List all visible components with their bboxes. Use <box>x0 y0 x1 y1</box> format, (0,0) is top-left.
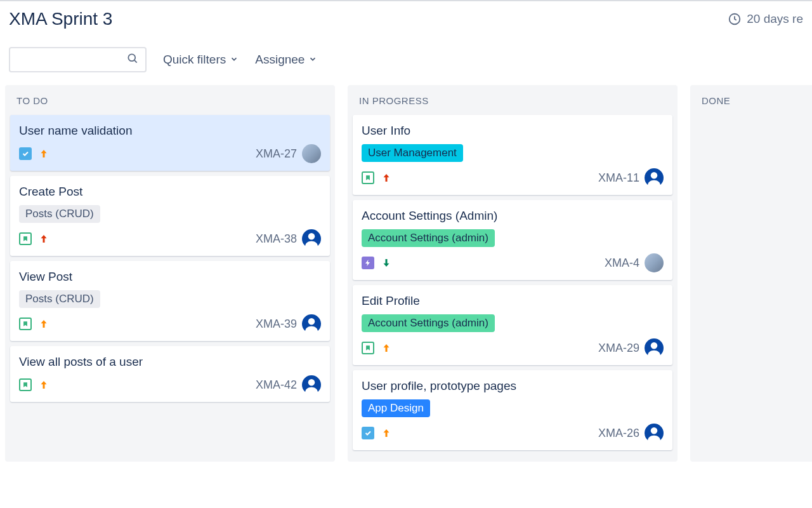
chevron-down-icon <box>308 53 317 67</box>
issue-title: User profile, prototype pages <box>362 379 664 393</box>
epic-label[interactable]: User Management <box>362 144 463 162</box>
issue-card[interactable]: Account Settings (Admin) Account Setting… <box>353 200 672 280</box>
search-icon <box>126 52 139 67</box>
chevron-down-icon <box>230 53 239 67</box>
priority-up-icon <box>381 427 392 439</box>
story-type-icon <box>362 171 374 184</box>
priority-up-icon <box>38 148 49 159</box>
sprint-remaining: 20 days re <box>728 12 803 26</box>
priority-up-icon <box>38 318 49 330</box>
sprint-title: XMA Sprint 3 <box>9 9 112 29</box>
epic-label[interactable]: Account Settings (admin) <box>362 229 495 247</box>
assignee-avatar[interactable] <box>645 338 664 358</box>
issue-key: XMA-38 <box>256 232 297 246</box>
issue-key: XMA-42 <box>256 378 297 392</box>
assignee-avatar[interactable] <box>645 168 664 187</box>
issue-card[interactable]: View all posts of a user XMA-42 <box>10 346 330 402</box>
priority-up-icon <box>38 233 49 244</box>
epic-label[interactable]: Posts (CRUD) <box>19 205 100 223</box>
column-header: IN PROGRESS <box>353 91 672 115</box>
issue-card[interactable]: User Info User Management XMA-11 <box>353 115 672 195</box>
issue-title: Account Settings (Admin) <box>362 209 664 223</box>
assignee-avatar[interactable] <box>645 424 664 443</box>
svg-point-5 <box>651 172 658 179</box>
issue-card[interactable]: View Post Posts (CRUD) XMA-39 <box>10 261 330 341</box>
assignee-dropdown[interactable]: Assignee <box>255 53 317 67</box>
story-type-icon <box>362 342 374 354</box>
issue-key: XMA-26 <box>598 427 639 440</box>
column-done: DONE <box>690 85 812 462</box>
issue-title: View Post <box>19 270 321 284</box>
issue-card[interactable]: User profile, prototype pages App Design… <box>353 370 672 450</box>
svg-point-3 <box>308 318 315 325</box>
task-type-icon <box>362 427 374 439</box>
clock-icon <box>728 12 742 26</box>
column-header: TO DO <box>10 91 330 115</box>
svg-point-7 <box>651 427 658 434</box>
column-header: DONE <box>695 91 812 115</box>
search-input[interactable] <box>9 47 147 72</box>
priority-up-icon <box>38 379 49 391</box>
epic-type-icon <box>362 257 374 269</box>
issue-card[interactable]: Edit Profile Account Settings (admin) XM… <box>353 285 672 365</box>
issue-title: User Info <box>362 124 664 138</box>
column-todo: TO DO User name validation XMA-27 Create… <box>5 85 335 462</box>
quick-filters-dropdown[interactable]: Quick filters <box>163 53 239 67</box>
priority-up-icon <box>381 342 392 354</box>
epic-label[interactable]: Account Settings (admin) <box>362 314 495 332</box>
issue-key: XMA-27 <box>256 147 297 161</box>
column-inprogress: IN PROGRESS User Info User Management XM… <box>348 85 678 462</box>
issue-key: XMA-39 <box>256 318 297 331</box>
story-type-icon <box>19 318 32 330</box>
assignee-avatar[interactable] <box>302 144 321 163</box>
svg-point-4 <box>308 379 315 386</box>
issue-title: User name validation <box>19 124 321 138</box>
assignee-avatar[interactable] <box>302 375 321 394</box>
epic-label[interactable]: App Design <box>362 399 430 417</box>
svg-point-6 <box>651 342 658 349</box>
issue-title: Edit Profile <box>362 294 664 308</box>
issue-card[interactable]: User name validation XMA-27 <box>10 115 330 171</box>
issue-card[interactable]: Create Post Posts (CRUD) XMA-38 <box>10 176 330 256</box>
assignee-avatar[interactable] <box>302 314 321 333</box>
issue-title: View all posts of a user <box>19 355 321 369</box>
issue-key: XMA-29 <box>598 342 639 355</box>
svg-point-2 <box>308 233 315 240</box>
assignee-avatar[interactable] <box>302 229 321 248</box>
task-type-icon <box>19 147 32 160</box>
issue-key: XMA-4 <box>605 257 639 270</box>
assignee-avatar[interactable] <box>645 253 664 272</box>
svg-point-1 <box>128 54 135 61</box>
story-type-icon <box>19 378 32 391</box>
issue-key: XMA-11 <box>598 171 639 185</box>
epic-label[interactable]: Posts (CRUD) <box>19 290 100 308</box>
issue-title: Create Post <box>19 185 321 199</box>
priority-up-icon <box>381 172 392 184</box>
story-type-icon <box>19 232 32 245</box>
priority-down-icon <box>381 257 392 269</box>
